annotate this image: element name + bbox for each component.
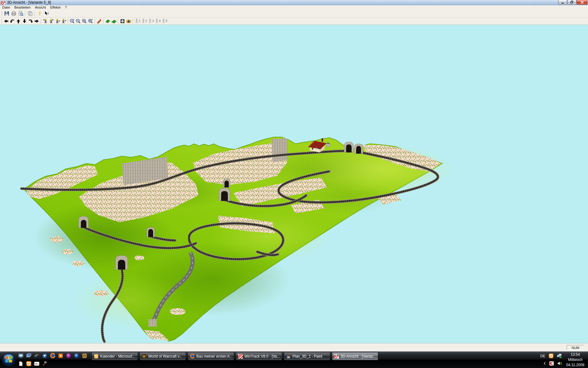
- taskbar-button-wintrack[interactable]: WinTrack V8.0 - [Va...: [236, 352, 282, 360]
- ebay-button[interactable]: ebay: [34, 361, 40, 367]
- help-button[interactable]: ?: [36, 10, 43, 17]
- camera-button[interactable]: [126, 18, 132, 24]
- zoom-out-strong-button[interactable]: 2: [69, 18, 75, 24]
- svg-text:2: 2: [73, 19, 74, 21]
- document-button[interactable]: [18, 361, 24, 367]
- internet-explorer-button[interactable]: e: [34, 353, 40, 359]
- menu-bearbeiten[interactable]: Bearbeiten: [12, 5, 33, 10]
- observer-turn-left-button[interactable]: [42, 18, 48, 24]
- menu-ansicht[interactable]: Ansicht: [33, 5, 48, 10]
- observer-raise-button[interactable]: [61, 18, 67, 24]
- thunderbird-icon: [42, 353, 47, 358]
- viewpoint-5-button[interactable]: 5: [161, 18, 168, 24]
- roof-texture-button[interactable]: [105, 18, 111, 24]
- clock-weekday: Mittwoch: [568, 357, 582, 362]
- roof-texture-icon: [105, 18, 111, 24]
- kaspersky-icon[interactable]: [549, 361, 554, 366]
- pan-down-button[interactable]: [21, 18, 28, 24]
- viewpoint-2-button[interactable]: 2: [141, 18, 148, 24]
- 3d-viewport[interactable]: [0, 25, 588, 343]
- arrow-left-icon: [3, 18, 9, 24]
- wintrack-3d-icon: [1, 0, 6, 5]
- firefox-icon: [50, 353, 55, 358]
- print-preview-icon: [18, 11, 24, 16]
- zoom-out-button[interactable]: [75, 18, 81, 24]
- zoo-button[interactable]: [81, 353, 87, 359]
- save-button[interactable]: [3, 10, 10, 17]
- 3d-scene: [0, 25, 588, 343]
- firefox-button[interactable]: [50, 353, 55, 359]
- window-switcher-button[interactable]: [26, 353, 32, 359]
- taskbar-clock[interactable]: 13:54 Mittwoch 04.11.2009: [564, 351, 586, 368]
- zoom-in-strong-button[interactable]: 2: [88, 18, 94, 24]
- taskbar-button-paint[interactable]: Plan_3D_1 - Paint: [284, 352, 330, 360]
- works-calendar-button[interactable]: [26, 361, 32, 367]
- start-button[interactable]: [0, 351, 17, 368]
- grid-texture-button[interactable]: [111, 18, 117, 24]
- language-indicator[interactable]: DE: [540, 354, 545, 358]
- clock-date: 04.11.2009: [566, 362, 584, 368]
- calendar-tray-icon[interactable]: [548, 353, 554, 358]
- window-switcher-icon: [26, 353, 32, 358]
- speaker-icon[interactable]: [557, 361, 562, 366]
- viewpoint-3-button[interactable]: 3: [148, 18, 154, 24]
- arrow-down-icon: [22, 18, 27, 24]
- menu-help[interactable]: ?: [63, 5, 69, 10]
- observer-lower-button[interactable]: [55, 18, 61, 24]
- curved-arrow-right-icon: [28, 18, 33, 24]
- task-label: Kalender - Microsof...: [100, 354, 136, 358]
- menu-datei[interactable]: Datei: [0, 5, 12, 10]
- purple-orb-button[interactable]: [66, 353, 71, 359]
- fit-view-button[interactable]: [119, 18, 126, 24]
- task-buttons: Kalender - Microsof... W World of Warcra…: [92, 351, 378, 368]
- app-window: 3D-Ansicht - [Variante 5_9] Datei Bearbe…: [0, 0, 588, 368]
- media-player-button[interactable]: [58, 353, 63, 359]
- fit-view-icon: [120, 18, 125, 24]
- rotate-right-button[interactable]: [28, 18, 34, 24]
- show-desktop-button[interactable]: [18, 353, 24, 359]
- taskbar-button-wow[interactable]: W World of Warcraft v...: [140, 352, 186, 360]
- restore-icon: [570, 1, 574, 4]
- purple-orb-icon: [66, 353, 71, 358]
- utility-button[interactable]: [42, 361, 47, 367]
- toolbar-separator: [25, 11, 26, 16]
- pan-right-button[interactable]: [34, 18, 40, 24]
- viewpoint-1-button[interactable]: 1: [134, 18, 141, 24]
- thunderbird-button[interactable]: [42, 353, 47, 359]
- print-button[interactable]: [10, 10, 17, 17]
- blue-orb-button[interactable]: [74, 353, 79, 359]
- restore-button[interactable]: [567, 0, 576, 5]
- expand-tray-icon[interactable]: [543, 362, 546, 365]
- caption-buttons: [558, 0, 588, 5]
- taskbar-button-3d-ansicht[interactable]: 3D-Ansicht - [Varian...: [332, 352, 378, 360]
- copy-button[interactable]: [27, 10, 34, 17]
- pan-up-button[interactable]: [15, 18, 21, 24]
- minimize-button[interactable]: [558, 0, 567, 5]
- network-icon[interactable]: [557, 353, 562, 358]
- print-preview-button[interactable]: [17, 10, 24, 17]
- zoom-out-strong-icon: 2: [70, 18, 75, 24]
- viewpoint-4-button[interactable]: 4: [154, 18, 161, 24]
- slope-tool-button[interactable]: [96, 18, 102, 24]
- ebay-icon: ebay: [34, 361, 40, 366]
- svg-text:?: ?: [38, 11, 41, 16]
- system-tray: DE: [540, 351, 588, 368]
- toolbar-grip[interactable]: [1, 19, 2, 24]
- pan-left-button[interactable]: [3, 18, 9, 24]
- toolbar-grip[interactable]: [1, 11, 2, 16]
- rotate-left-button[interactable]: [9, 18, 15, 24]
- toolbar-3d-view: 2 2: [0, 17, 588, 25]
- svg-text:2: 2: [92, 19, 93, 21]
- clock-time: 13:54: [571, 352, 580, 357]
- observer-turn-right-button[interactable]: [48, 18, 55, 24]
- copy-icon: [28, 11, 33, 16]
- taskbar-button-kalender[interactable]: Kalender - Microsof...: [92, 352, 138, 360]
- close-button[interactable]: [577, 0, 587, 5]
- toolbar-separator: [41, 19, 41, 24]
- menu-effekte[interactable]: Effekte: [48, 5, 63, 10]
- zoom-in-button[interactable]: [81, 18, 88, 24]
- context-help-button[interactable]: ?: [43, 10, 50, 17]
- window-title: 3D-Ansicht - [Variante 5_9]: [7, 0, 51, 5]
- viewpoint-person-icon: [155, 18, 159, 24]
- taskbar-button-firefox[interactable]: Bau meiner ersten A...: [188, 352, 234, 360]
